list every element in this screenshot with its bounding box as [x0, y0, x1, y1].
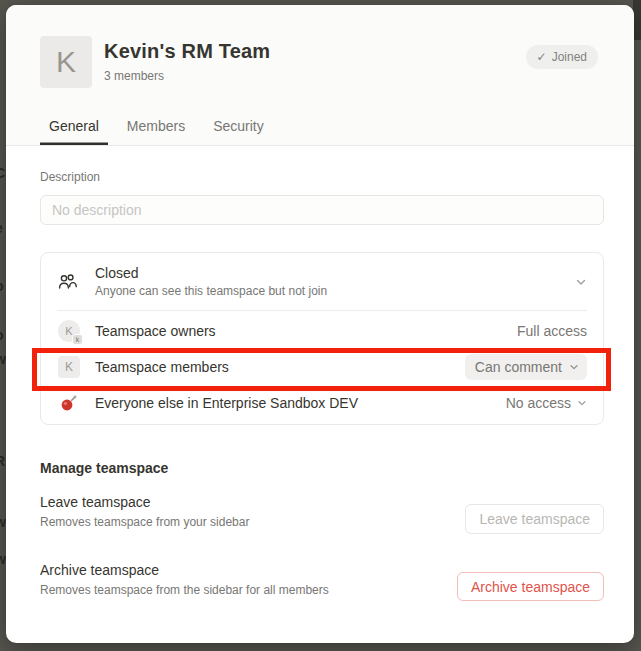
- check-icon: ✓: [537, 50, 547, 64]
- avatar-letter: K: [56, 45, 76, 79]
- title-block: Kevin's RM Team 3 members: [104, 40, 270, 83]
- background-artifact-strip: [633, 0, 641, 40]
- access-value: Full access: [517, 323, 587, 339]
- permission-row-everyone: Everyone else in Enterprise Sandbox DEV …: [41, 385, 603, 421]
- leave-title: Leave teamspace: [40, 494, 151, 510]
- permission-row-owners: K k Teamspace owners Full access: [41, 313, 603, 349]
- access-level-subtitle: Anyone can see this teamspace but not jo…: [95, 284, 575, 298]
- row-label: Teamspace members: [95, 359, 465, 375]
- joined-label: Joined: [552, 50, 587, 64]
- access-level-title: Closed: [95, 265, 575, 281]
- access-level-dropdown[interactable]: Closed Anyone can see this teamspace but…: [41, 253, 603, 309]
- teamspace-avatar: K: [40, 36, 92, 88]
- everyone-access-dropdown[interactable]: No access: [506, 395, 587, 411]
- divider: [57, 310, 587, 311]
- leave-description: Removes teamspace from your sidebar: [40, 515, 249, 529]
- member-count: 3 members: [104, 69, 270, 83]
- people-icon: [57, 272, 77, 292]
- teamspace-settings-dialog: K Kevin's RM Team 3 members ✓ Joined Gen…: [6, 5, 634, 643]
- tab-bar: General Members Security: [40, 118, 283, 145]
- screen: { "colors": { "overlay": "#56554e", "ann…: [0, 0, 641, 651]
- tab-security[interactable]: Security: [204, 118, 273, 145]
- archive-teamspace-button[interactable]: Archive teamspace: [457, 572, 604, 601]
- page-title: Kevin's RM Team: [104, 40, 270, 63]
- members-avatar: K: [57, 356, 81, 378]
- pushpin-icon: [57, 394, 81, 412]
- dialog-header: K Kevin's RM Team 3 members ✓ Joined Gen…: [6, 5, 634, 146]
- description-label: Description: [40, 170, 100, 184]
- permissions-card: Closed Anyone can see this teamspace but…: [40, 252, 604, 425]
- access-level-text: Closed Anyone can see this teamspace but…: [95, 265, 575, 298]
- tab-members[interactable]: Members: [118, 118, 194, 145]
- description-input[interactable]: [40, 195, 604, 225]
- tab-general[interactable]: General: [40, 118, 108, 145]
- avatar-badge: k: [72, 334, 83, 345]
- members-access-dropdown[interactable]: Can comment: [465, 354, 587, 380]
- owners-avatar: K k: [57, 320, 81, 342]
- chevron-down-icon: [569, 362, 579, 372]
- manage-heading: Manage teamspace: [40, 460, 168, 476]
- chevron-down-icon: [577, 398, 587, 408]
- leave-teamspace-button[interactable]: Leave teamspace: [465, 504, 604, 534]
- permission-row-members: K Teamspace members Can comment: [41, 349, 603, 385]
- row-label: Everyone else in Enterprise Sandbox DEV: [95, 395, 506, 411]
- archive-title: Archive teamspace: [40, 562, 159, 578]
- chevron-down-icon: [575, 276, 587, 288]
- joined-badge[interactable]: ✓ Joined: [526, 45, 598, 69]
- row-label: Teamspace owners: [95, 323, 517, 339]
- archive-description: Removes teamspace from the sidebar for a…: [40, 583, 329, 597]
